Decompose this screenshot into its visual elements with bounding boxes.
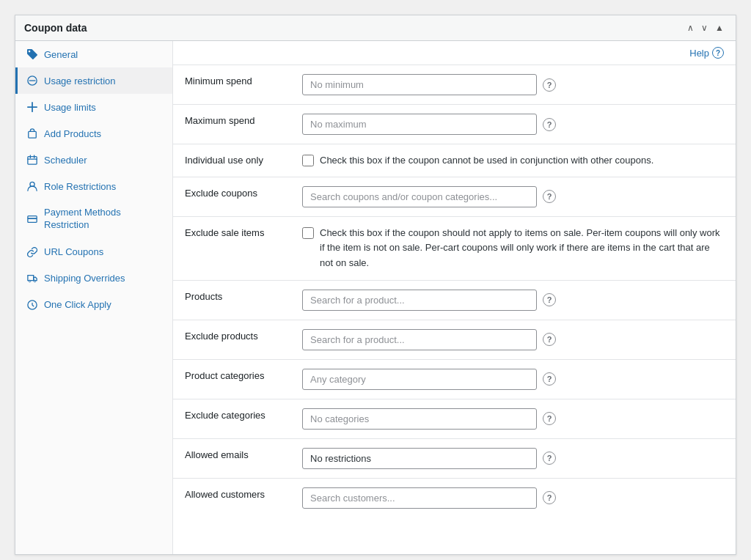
product-categories-label: Product categories — [173, 359, 290, 399]
svg-point-7 — [34, 280, 36, 282]
sidebar-item-shipping-overrides[interactable]: Shipping Overrides — [15, 265, 172, 292]
allowed-customers-field-cell: ? — [290, 478, 736, 517]
help-row: Help ? — [173, 41, 736, 65]
help-label: Help — [689, 48, 709, 59]
allowed-emails-help-icon[interactable]: ? — [543, 452, 556, 465]
exclude-coupons-field-group: ? — [302, 186, 724, 207]
tag-icon — [26, 48, 38, 60]
exclude-sale-checkbox-group: Check this box if the coupon should not … — [302, 226, 724, 271]
allowed-customers-help-icon[interactable]: ? — [543, 491, 556, 504]
products-input[interactable] — [302, 290, 537, 311]
exclude-sale-description: Check this box if the coupon should not … — [320, 226, 724, 271]
individual-use-checkbox-group: Check this box if the coupon cannot be u… — [302, 153, 724, 168]
sidebar-item-add-products[interactable]: Add Products — [15, 120, 172, 147]
sidebar-label-one-click-apply: One Click Apply — [44, 299, 111, 310]
calendar-icon — [26, 154, 38, 166]
exclude-categories-field-cell: ? — [290, 399, 736, 438]
panel-body: General Usage restriction Usage limits A… — [15, 41, 736, 554]
table-row: Products ? — [173, 280, 736, 320]
table-row: Maximum spend ? — [173, 105, 736, 144]
exclude-categories-label: Exclude categories — [173, 399, 290, 438]
maximum-spend-field-group: ? — [302, 114, 724, 135]
allowed-customers-input[interactable] — [302, 487, 537, 509]
exclude-products-field-cell: ? — [290, 320, 736, 359]
table-row: Exclude categories ? — [173, 399, 736, 438]
arrow-down-button[interactable]: ∨ — [698, 21, 711, 34]
exclude-products-input[interactable] — [302, 329, 537, 350]
table-row: Individual use only Check this box if th… — [173, 144, 736, 177]
sidebar-label-scheduler: Scheduler — [44, 155, 87, 166]
table-row: Minimum spend ? — [173, 65, 736, 105]
coupon-panel: Coupon data ∧ ∨ ▲ General Usage restrict… — [15, 15, 736, 555]
help-link[interactable]: Help ? — [689, 47, 724, 59]
panel-title: Coupon data — [24, 22, 87, 34]
exclude-coupons-field-cell: ? — [290, 177, 736, 216]
bag-icon — [26, 128, 38, 139]
maximum-spend-input[interactable] — [302, 114, 537, 135]
exclude-coupons-label: Exclude coupons — [173, 177, 290, 216]
svg-rect-3 — [28, 157, 37, 165]
arrow-up-button[interactable]: ∧ — [684, 21, 697, 34]
allowed-customers-field-group: ? — [302, 487, 724, 509]
sidebar-label-payment-methods: Payment Methods Restriction — [44, 207, 164, 232]
allowed-emails-label: Allowed emails — [173, 438, 290, 478]
allowed-emails-field-group: ? — [302, 448, 724, 469]
svg-rect-2 — [29, 131, 37, 138]
person-icon — [26, 180, 38, 192]
table-row: Allowed emails ? — [173, 438, 736, 478]
individual-use-description: Check this box if the coupon cannot be u… — [320, 153, 653, 168]
product-categories-field-cell: ? — [290, 359, 736, 399]
exclude-products-label: Exclude products — [173, 320, 290, 359]
sidebar-label-url-coupons: URL Coupons — [44, 246, 103, 257]
plus-icon — [26, 101, 38, 113]
sidebar-item-usage-restriction[interactable]: Usage restriction — [15, 67, 172, 94]
sidebar-item-payment-methods[interactable]: Payment Methods Restriction — [15, 199, 172, 239]
allowed-emails-input[interactable] — [302, 448, 537, 469]
allowed-emails-field-cell: ? — [290, 438, 736, 478]
svg-point-6 — [29, 280, 31, 282]
sidebar-label-usage-restriction: Usage restriction — [44, 75, 116, 86]
table-row: Exclude products ? — [173, 320, 736, 359]
exclude-coupons-help-icon[interactable]: ? — [543, 190, 556, 203]
table-row: Product categories ? — [173, 359, 736, 399]
products-field-group: ? — [302, 290, 724, 311]
sidebar-item-general[interactable]: General — [15, 41, 172, 67]
exclude-categories-field-group: ? — [302, 408, 724, 430]
sidebar-label-general: General — [44, 49, 78, 60]
block-icon — [26, 75, 38, 86]
maximum-spend-help-icon[interactable]: ? — [543, 118, 556, 131]
panel-header: Coupon data ∧ ∨ ▲ — [15, 15, 736, 41]
sidebar-item-url-coupons[interactable]: URL Coupons — [15, 239, 172, 265]
sidebar-item-usage-limits[interactable]: Usage limits — [15, 94, 172, 120]
link-icon — [26, 246, 38, 258]
table-row: Allowed customers ? — [173, 478, 736, 517]
sidebar-label-usage-limits: Usage limits — [44, 102, 96, 113]
products-field-cell: ? — [290, 280, 736, 320]
maximum-spend-label: Maximum spend — [173, 105, 290, 144]
minimum-spend-input[interactable] — [302, 74, 537, 95]
minimum-spend-help-icon[interactable]: ? — [543, 78, 556, 92]
arrow-expand-button[interactable]: ▲ — [712, 21, 727, 34]
exclude-categories-input[interactable] — [302, 408, 537, 430]
allowed-customers-label: Allowed customers — [173, 478, 290, 517]
card-icon — [26, 213, 38, 225]
exclude-sale-checkbox[interactable] — [302, 227, 314, 239]
exclude-products-help-icon[interactable]: ? — [543, 333, 556, 346]
exclude-coupons-input[interactable] — [302, 186, 537, 207]
product-categories-help-icon[interactable]: ? — [543, 372, 556, 386]
sidebar-label-add-products: Add Products — [44, 128, 101, 139]
individual-use-checkbox[interactable] — [302, 155, 314, 166]
sidebar-label-role-restrictions: Role Restrictions — [44, 181, 116, 192]
header-arrows: ∧ ∨ ▲ — [684, 21, 727, 34]
sidebar-item-one-click-apply[interactable]: One Click Apply — [15, 292, 172, 318]
sidebar-item-role-restrictions[interactable]: Role Restrictions — [15, 173, 172, 199]
product-categories-field-group: ? — [302, 369, 724, 390]
table-row: Exclude sale items Check this box if the… — [173, 216, 736, 280]
table-row: Exclude coupons ? — [173, 177, 736, 216]
exclude-sale-label: Exclude sale items — [173, 216, 290, 280]
exclude-categories-help-icon[interactable]: ? — [543, 412, 556, 425]
maximum-spend-field-cell: ? — [290, 105, 736, 144]
sidebar-item-scheduler[interactable]: Scheduler — [15, 147, 172, 173]
product-categories-input[interactable] — [302, 369, 537, 390]
products-help-icon[interactable]: ? — [543, 293, 556, 306]
